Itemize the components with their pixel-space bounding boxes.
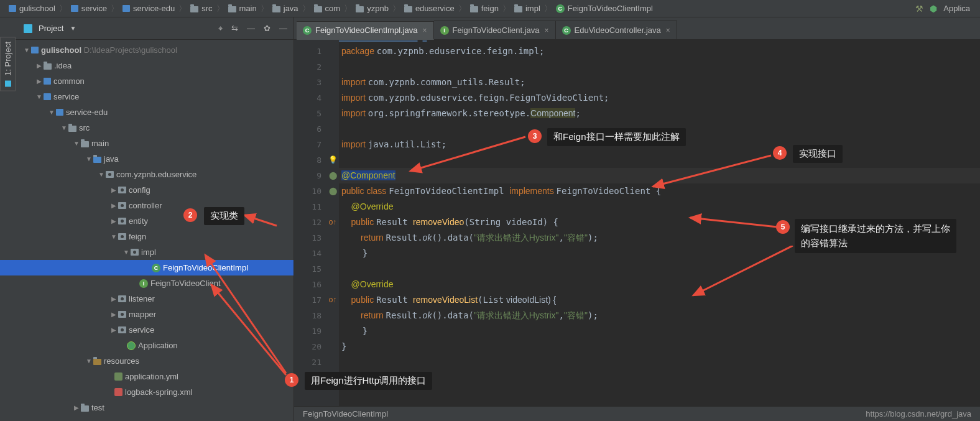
build-icon[interactable]: ⚒: [915, 4, 923, 14]
marker-gutter[interactable]: 💡⬤⬤o↑o↑: [326, 40, 339, 421]
editor-tab[interactable]: CEduVideoController.java×: [556, 21, 677, 39]
module-icon: [44, 78, 51, 85]
hide-icon[interactable]: —: [279, 24, 287, 34]
tree-node[interactable]: impl: [0, 244, 294, 260]
breadcrumb-label: service-edu: [133, 4, 175, 13]
tree-node[interactable]: config: [0, 182, 294, 198]
tree-node[interactable]: entity: [0, 213, 294, 229]
tree-node[interactable]: service: [0, 322, 294, 338]
status-bar: FeignToVideoClientImpl https://blog.csdn…: [294, 406, 980, 421]
tree-root-path: D:\IdeaProjects\gulischool: [84, 45, 177, 55]
breadcrumb-item[interactable]: com: [310, 4, 344, 13]
editor-tabs: CFeignToVideoClientImpl.java×IFeignToVid…: [294, 17, 980, 40]
editor-tab[interactable]: CFeignToVideoClientImpl.java×: [297, 21, 434, 40]
tab-label: FeignToVideoClientImpl.java: [315, 25, 418, 35]
breadcrumb-item[interactable]: feign: [466, 4, 502, 13]
tree-node[interactable]: listener: [0, 291, 294, 307]
toolbar-right: ⚒ ⬢ Applica: [915, 4, 975, 14]
breadcrumb-label: service: [81, 4, 107, 13]
source-folder-icon: [93, 157, 101, 163]
project-panel: Project ▼ ⌖ ⇆ — ✿ — gulischool D:\IdeaPr…: [0, 17, 294, 421]
package-icon: [118, 233, 126, 240]
close-icon[interactable]: ×: [545, 26, 549, 35]
xml-icon: [114, 388, 122, 396]
class-icon: C: [556, 4, 565, 13]
breadcrumb-label: FeignToVideoClientImpl: [568, 4, 653, 13]
tree-node[interactable]: main: [0, 136, 294, 151]
tree-node[interactable]: logback-spring.xml: [0, 384, 294, 400]
locate-icon[interactable]: ⌖: [218, 24, 223, 34]
tree-node[interactable]: application.yml: [0, 369, 294, 384]
class-icon: C: [152, 264, 160, 272]
tree-node[interactable]: mapper: [0, 307, 294, 322]
tree-node[interactable]: common: [0, 73, 294, 89]
tree-node[interactable]: IFeignToVideoClient: [0, 275, 294, 291]
breadcrumb-item[interactable]: service: [67, 4, 111, 13]
tree-node[interactable]: com.yzpnb.eduservice: [0, 167, 294, 182]
tree-node[interactable]: feign: [0, 229, 294, 244]
breadcrumb[interactable]: gulischool〉service〉service-edu〉src〉main〉…: [5, 3, 657, 14]
editor-tab[interactable]: IFeignToVideoClient.java×: [434, 21, 556, 39]
breadcrumb-item[interactable]: main: [224, 4, 261, 13]
tree-node[interactable]: controller: [0, 198, 294, 213]
annotation-tip-4: 实现接口: [793, 145, 843, 163]
tree-root-name: gulischool: [41, 45, 81, 55]
tree-node[interactable]: java: [0, 151, 294, 167]
module-icon: [122, 5, 130, 12]
project-icon: [5, 81, 11, 87]
module-icon: [9, 5, 16, 12]
toolwindow-tab-project[interactable]: 1: Project: [0, 37, 16, 91]
folder-icon: [68, 126, 76, 132]
annotation-tip-3: 和Feign接口一样需要加此注解: [547, 128, 686, 146]
gear-icon[interactable]: ✿: [264, 24, 270, 34]
run-config-label[interactable]: Applica: [943, 4, 970, 13]
breadcrumb-item[interactable]: yzpnb: [352, 4, 392, 13]
run-config-icon[interactable]: ⬢: [930, 4, 937, 14]
tree-node[interactable]: resources: [0, 353, 294, 369]
split-icon[interactable]: ⇆: [231, 24, 238, 34]
module-icon: [56, 109, 63, 116]
line-gutter[interactable]: 123456789101112131415161718192021: [299, 40, 326, 421]
package-icon: [118, 187, 126, 193]
breadcrumb-label: java: [284, 4, 298, 13]
breadcrumb-item[interactable]: CFeignToVideoClientImpl: [552, 4, 657, 13]
breadcrumb-label: src: [201, 4, 212, 13]
project-tree[interactable]: gulischool D:\IdeaProjects\gulischool .i…: [0, 40, 294, 421]
package-icon: [106, 171, 114, 178]
chevron-down-icon[interactable]: ▼: [70, 25, 76, 32]
annotation-tip-1: 用Feign进行Http调用的接口: [305, 372, 432, 390]
breadcrumb-label: gulischool: [19, 4, 55, 13]
collapse-icon[interactable]: —: [247, 24, 255, 34]
close-icon[interactable]: ×: [423, 26, 427, 35]
breadcrumb-item[interactable]: src: [187, 4, 216, 13]
project-view-icon: [24, 24, 32, 33]
tree-node[interactable]: .idea: [0, 58, 294, 73]
tree-node[interactable]: service-edu: [0, 104, 294, 120]
breadcrumb-item[interactable]: java: [269, 4, 302, 13]
close-icon[interactable]: ×: [666, 26, 670, 35]
tree-root[interactable]: gulischool D:\IdeaProjects\gulischool: [0, 42, 294, 58]
toolwindow-tab-label: 1: Project: [3, 42, 12, 76]
annotation-tip-5: 编写接口继承过来的方法，并写上你的容错算法: [795, 219, 956, 253]
dir-icon: [470, 6, 478, 12]
breadcrumb-item[interactable]: gulischool: [5, 4, 59, 13]
annotation-badge-4: 4: [773, 146, 787, 160]
folder-icon: [44, 63, 52, 70]
dir-icon: [514, 6, 522, 12]
module-icon: [71, 5, 78, 12]
tree-node[interactable]: test: [0, 400, 294, 415]
package-icon: [118, 202, 126, 209]
breadcrumb-item[interactable]: service-edu: [119, 4, 178, 13]
tree-node-selected[interactable]: CFeignToVideoClientImpl: [0, 260, 294, 275]
breadcrumb-item[interactable]: impl: [511, 4, 544, 13]
breadcrumb-label: com: [325, 4, 341, 13]
panel-tool-buttons: ⌖ ⇆ — ✿ —: [218, 24, 287, 34]
tree-node[interactable]: src: [0, 120, 294, 136]
dir-icon: [190, 6, 198, 12]
tree-node[interactable]: Application: [0, 338, 294, 353]
status-context: FeignToVideoClientImpl: [303, 409, 388, 419]
tree-node[interactable]: service: [0, 89, 294, 104]
project-panel-title[interactable]: Project: [39, 24, 63, 33]
breadcrumb-item[interactable]: eduservice: [400, 4, 458, 13]
package-icon: [118, 218, 126, 224]
